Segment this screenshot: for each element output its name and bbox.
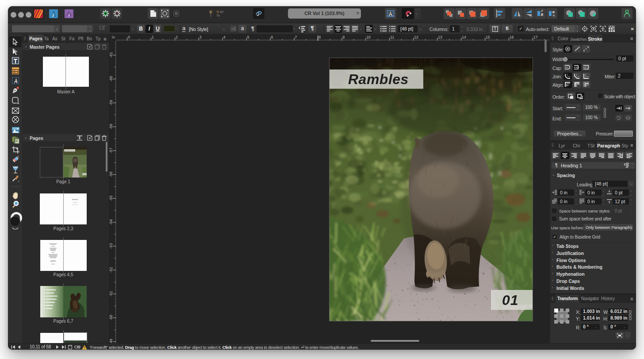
svg-text:0: 0: [128, 35, 130, 39]
svg-text:17: 17: [533, 35, 538, 39]
svg-text:10: 10: [366, 35, 371, 39]
svg-text:11: 11: [390, 35, 394, 39]
svg-text:T: T: [494, 27, 496, 31]
svg-text:!: !: [84, 346, 85, 350]
svg-text:Rambles: Rambles: [348, 71, 409, 87]
svg-text:a: a: [231, 27, 234, 31]
svg-text:-54: -54: [109, 219, 113, 225]
svg-text:5: 5: [247, 35, 249, 39]
svg-text:15: 15: [486, 35, 490, 39]
svg-text:-50: -50: [109, 315, 113, 320]
svg-text:01: 01: [502, 292, 519, 308]
svg-text:-60: -60: [109, 76, 113, 81]
svg-text:-59: -59: [109, 100, 113, 105]
svg-text:-55: -55: [109, 195, 113, 201]
svg-text:3: 3: [199, 35, 202, 39]
svg-text:-58: -58: [109, 124, 113, 129]
svg-text:-61: -61: [109, 52, 113, 58]
svg-text:-51: -51: [109, 291, 113, 297]
svg-text:-49: -49: [109, 339, 113, 343]
svg-text:6: 6: [271, 35, 273, 39]
svg-text:1: 1: [152, 35, 154, 39]
svg-text:16: 16: [510, 35, 514, 39]
svg-text:9: 9: [343, 35, 345, 39]
svg-text:8: 8: [319, 35, 321, 39]
svg-text:13: 13: [438, 35, 442, 39]
svg-text:7: 7: [295, 35, 297, 39]
svg-text:-56: -56: [109, 171, 113, 177]
svg-text:2: 2: [176, 35, 178, 39]
svg-text:-57: -57: [109, 147, 113, 153]
svg-text:-53: -53: [109, 243, 113, 249]
svg-text:12: 12: [414, 35, 418, 39]
svg-text:14: 14: [462, 35, 466, 39]
svg-text:4: 4: [223, 35, 226, 39]
svg-text:-52: -52: [109, 267, 113, 273]
